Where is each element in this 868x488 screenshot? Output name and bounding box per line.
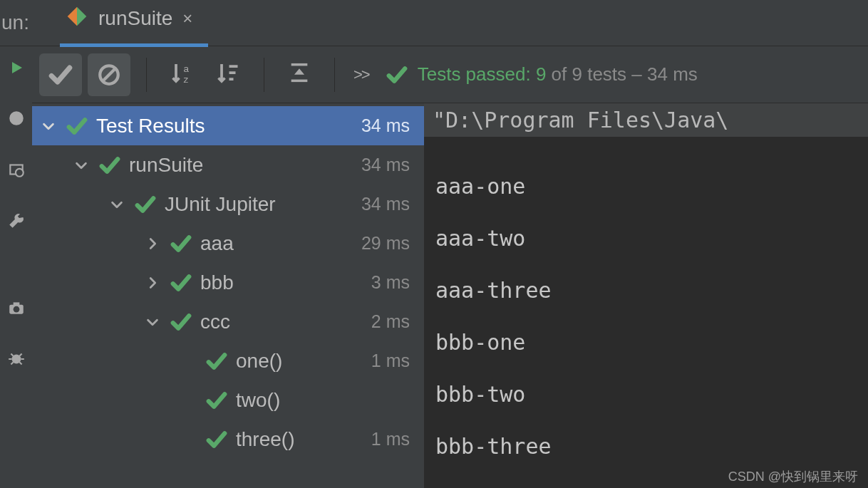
camera-icon[interactable] [7, 298, 26, 321]
show-ignored-button[interactable] [88, 53, 130, 96]
chevron-down-icon[interactable] [73, 157, 89, 173]
console-line: aaa-two [435, 226, 857, 251]
collapse-all-button[interactable] [280, 61, 319, 89]
toolbar-overflow[interactable]: >> [353, 66, 369, 84]
passed-check-icon [386, 64, 408, 85]
console-output[interactable]: "D:\Program Files\Java\ aaa-one aaa-two … [424, 103, 868, 488]
passed-icon [66, 115, 88, 137]
sort-alpha-button[interactable] [162, 60, 202, 90]
node-label: Test Results [96, 115, 361, 137]
node-label: two() [236, 389, 410, 412]
chevron-down-icon[interactable] [41, 118, 56, 134]
passed-icon [135, 194, 156, 215]
run-config-icon [66, 5, 88, 33]
separator [146, 58, 147, 92]
toggle-breakpoint-icon[interactable] [7, 109, 26, 132]
node-time: 3 ms [371, 272, 410, 293]
node-label: ccc [200, 311, 371, 333]
tab-runsuite[interactable]: runSuite × [66, 0, 202, 46]
show-passed-button[interactable] [39, 53, 82, 96]
tree-node[interactable]: JUnit Jupiter 34 ms [32, 185, 424, 224]
passed-icon [170, 311, 192, 333]
node-label: bbb [200, 271, 371, 294]
node-label: JUnit Jupiter [165, 193, 361, 216]
tree-node[interactable]: runSuite 34 ms [32, 145, 424, 185]
chevron-right-icon[interactable] [145, 275, 160, 291]
tree-node-root[interactable]: Test Results 34 ms [32, 106, 424, 145]
watermark: CSDN @快到锅里来呀 [728, 468, 858, 485]
passed-icon [99, 155, 120, 176]
node-time: 34 ms [361, 194, 410, 214]
passed-icon [170, 272, 192, 294]
target-icon[interactable] [7, 160, 26, 183]
node-time: 34 ms [361, 115, 410, 136]
separator [334, 58, 335, 92]
tree-node[interactable]: aaa 29 ms [32, 224, 424, 263]
tree-node[interactable]: ccc 2 ms [32, 302, 424, 341]
node-label: runSuite [129, 154, 361, 177]
tree-node[interactable]: three() 1 ms [32, 420, 424, 459]
console-line: bbb-two [435, 382, 857, 407]
passed-icon [206, 351, 227, 372]
console-line: bbb-one [435, 330, 857, 355]
run-label: un: [0, 11, 66, 34]
console-line: aaa-three [435, 278, 857, 303]
node-time: 2 ms [371, 311, 410, 332]
close-icon[interactable]: × [182, 9, 192, 28]
node-label: one() [236, 350, 371, 373]
tree-node[interactable]: bbb 3 ms [32, 263, 424, 302]
test-tree[interactable]: Test Results 34 ms runSuite 34 ms JUnit … [32, 103, 424, 488]
chevron-down-icon[interactable] [145, 314, 160, 330]
passed-icon [206, 390, 227, 411]
node-time: 1 ms [371, 351, 410, 371]
node-label: aaa [200, 232, 361, 255]
console-command: "D:\Program Files\Java\ [424, 103, 868, 137]
sort-duration-button[interactable] [208, 60, 248, 90]
tree-node[interactable]: two() [32, 380, 424, 420]
bug-icon[interactable] [7, 350, 26, 373]
tab-label: runSuite [98, 7, 172, 30]
tests-summary: Tests passed: 9 of 9 tests – 34 ms [418, 63, 698, 85]
passed-icon [206, 429, 227, 450]
separator [264, 58, 264, 92]
node-label: three() [236, 428, 371, 451]
wrench-icon[interactable] [7, 212, 26, 234]
passed-icon [170, 233, 192, 254]
tree-node[interactable]: one() 1 ms [32, 341, 424, 380]
rerun-icon[interactable] [8, 59, 25, 81]
node-time: 1 ms [371, 429, 410, 450]
console-line: aaa-one [435, 174, 857, 199]
chevron-right-icon[interactable] [145, 236, 160, 251]
node-time: 29 ms [361, 233, 410, 254]
chevron-down-icon[interactable] [109, 197, 125, 212]
console-line: bbb-three [435, 434, 857, 459]
node-time: 34 ms [361, 155, 410, 175]
